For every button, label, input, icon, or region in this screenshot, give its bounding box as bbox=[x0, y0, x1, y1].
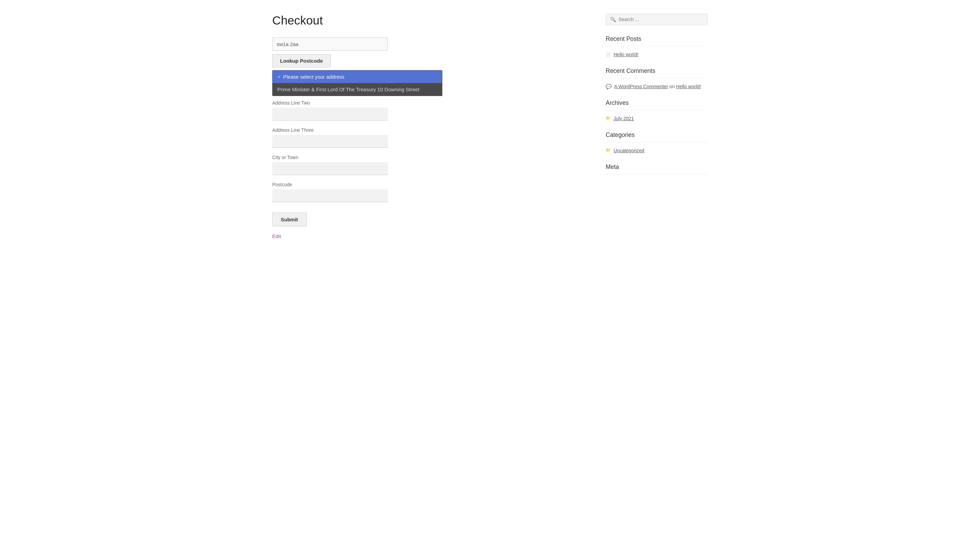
on-text: on bbox=[669, 84, 676, 89]
recent-posts-title: Recent Posts bbox=[606, 35, 708, 46]
recent-post-item: 📄 Hello world! bbox=[606, 52, 708, 57]
checkmark-icon: ✓ bbox=[277, 74, 281, 79]
document-icon: 📄 bbox=[606, 53, 611, 57]
commenter-link[interactable]: A WordPress Commenter bbox=[614, 84, 668, 89]
search-box[interactable]: 🔍 bbox=[606, 14, 708, 25]
address-dropdown-container: ✓ Please select your address Prime Minis… bbox=[272, 70, 442, 96]
dropdown-option-address1[interactable]: Prime Minister & First Lord Of The Treas… bbox=[272, 83, 442, 96]
search-input[interactable] bbox=[619, 17, 703, 22]
page-title: Checkout bbox=[272, 14, 579, 27]
postcode-input[interactable] bbox=[272, 37, 388, 51]
dropdown-option-placeholder[interactable]: ✓ Please select your address bbox=[272, 70, 442, 83]
field-group-address-line-three: Address Line Three bbox=[272, 128, 579, 148]
submit-button[interactable]: Submit bbox=[272, 212, 307, 227]
address-line-two-input[interactable] bbox=[272, 108, 388, 121]
field-group-city-or-town: City or Town bbox=[272, 155, 579, 175]
recent-comment-item: 💬 A WordPress Commenter on Hello world! bbox=[606, 84, 708, 89]
postcode-label: Postcode bbox=[272, 182, 579, 187]
sidebar-archives: Archives 📁 July 2021 bbox=[606, 99, 708, 121]
city-or-town-label: City or Town bbox=[272, 155, 579, 160]
postcode-field-input[interactable] bbox=[272, 189, 388, 202]
archive-item: 📁 July 2021 bbox=[606, 116, 708, 121]
recent-post-link[interactable]: Hello world! bbox=[614, 52, 638, 57]
comment-icon: 💬 bbox=[606, 84, 611, 89]
address-fields: Address Line Two Address Line Three City… bbox=[272, 100, 579, 202]
sidebar-categories: Categories 📁 Uncategorized bbox=[606, 131, 708, 153]
main-content: Checkout Lookup Postcode ✓ Please select… bbox=[272, 14, 579, 239]
address-dropdown[interactable]: ✓ Please select your address Prime Minis… bbox=[272, 70, 442, 96]
search-icon: 🔍 bbox=[610, 17, 616, 22]
field-group-address-line-two: Address Line Two bbox=[272, 100, 579, 121]
category-link[interactable]: Uncategorized bbox=[614, 148, 644, 153]
sidebar-meta: Meta bbox=[606, 163, 708, 174]
address-line-three-input[interactable] bbox=[272, 135, 388, 148]
address-line-two-label: Address Line Two bbox=[272, 100, 579, 105]
archives-title: Archives bbox=[606, 99, 708, 110]
meta-title: Meta bbox=[606, 163, 708, 174]
category-folder-icon: 📁 bbox=[606, 148, 611, 153]
city-or-town-input[interactable] bbox=[272, 162, 388, 175]
sidebar-recent-posts: Recent Posts 📄 Hello world! bbox=[606, 35, 708, 57]
recent-comments-title: Recent Comments bbox=[606, 67, 708, 78]
archive-link[interactable]: July 2021 bbox=[614, 116, 634, 121]
address-line-three-label: Address Line Three bbox=[272, 128, 579, 133]
folder-icon: 📁 bbox=[606, 116, 611, 121]
category-item: 📁 Uncategorized bbox=[606, 148, 708, 153]
sidebar-recent-comments: Recent Comments 💬 A WordPress Commenter … bbox=[606, 67, 708, 89]
sidebar: 🔍 Recent Posts 📄 Hello world! Recent Com… bbox=[606, 14, 708, 239]
lookup-postcode-button[interactable]: Lookup Postcode bbox=[272, 54, 331, 67]
edit-link[interactable]: Edit bbox=[272, 233, 281, 239]
field-group-postcode: Postcode bbox=[272, 182, 579, 202]
comment-post-link[interactable]: Hello world! bbox=[676, 84, 701, 89]
categories-title: Categories bbox=[606, 131, 708, 142]
